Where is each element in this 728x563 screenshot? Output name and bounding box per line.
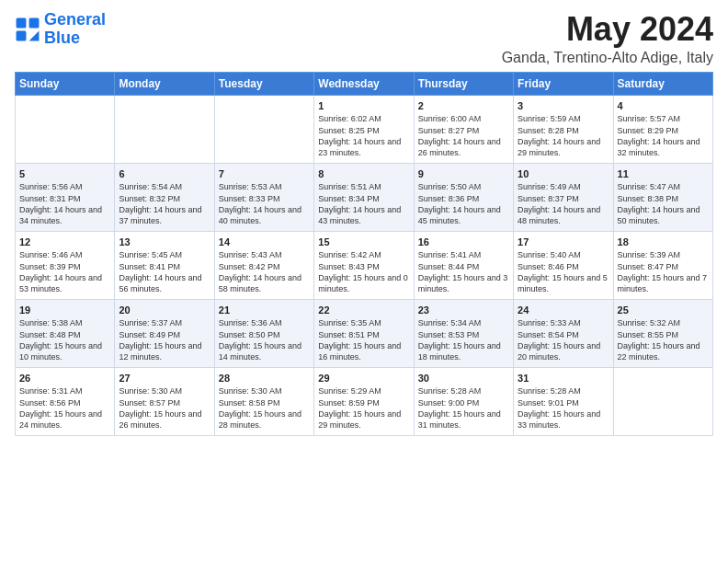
day-number: 14: [219, 236, 310, 249]
cell-w5-d2: 27Sunrise: 5:30 AM Sunset: 8:57 PM Dayli…: [115, 367, 214, 435]
day-info: Sunrise: 5:54 AM Sunset: 8:32 PM Dayligh…: [119, 181, 210, 226]
day-number: 6: [119, 167, 210, 181]
subtitle: Ganda, Trentino-Alto Adige, Italy: [502, 50, 713, 66]
cell-w1-d4: 1Sunrise: 6:02 AM Sunset: 8:25 PM Daylig…: [314, 95, 414, 163]
day-number: 24: [518, 304, 609, 317]
cell-w4-d2: 20Sunrise: 5:37 AM Sunset: 8:49 PM Dayli…: [115, 299, 214, 367]
day-number: 13: [119, 236, 210, 249]
day-number: 10: [518, 167, 609, 181]
day-info: Sunrise: 5:59 AM Sunset: 8:28 PM Dayligh…: [518, 113, 609, 158]
day-info: Sunrise: 5:43 AM Sunset: 8:42 PM Dayligh…: [219, 249, 310, 294]
day-number: 11: [618, 167, 709, 181]
day-info: Sunrise: 5:41 AM Sunset: 8:44 PM Dayligh…: [418, 249, 509, 294]
day-info: Sunrise: 5:49 AM Sunset: 8:37 PM Dayligh…: [518, 181, 609, 226]
cell-w4-d1: 19Sunrise: 5:38 AM Sunset: 8:48 PM Dayli…: [16, 299, 115, 367]
cell-w5-d1: 26Sunrise: 5:31 AM Sunset: 8:56 PM Dayli…: [16, 367, 115, 435]
cell-w3-d3: 14Sunrise: 5:43 AM Sunset: 8:42 PM Dayli…: [214, 231, 313, 299]
cell-w5-d4: 29Sunrise: 5:29 AM Sunset: 8:59 PM Dayli…: [314, 367, 414, 435]
cell-w1-d1: [16, 95, 115, 163]
cell-w3-d4: 15Sunrise: 5:42 AM Sunset: 8:43 PM Dayli…: [314, 231, 414, 299]
cell-w4-d4: 22Sunrise: 5:35 AM Sunset: 8:51 PM Dayli…: [314, 299, 414, 367]
cell-w5-d6: 31Sunrise: 5:28 AM Sunset: 9:01 PM Dayli…: [514, 367, 613, 435]
col-tuesday: Tuesday: [214, 72, 313, 95]
day-info: Sunrise: 5:37 AM Sunset: 8:49 PM Dayligh…: [119, 317, 210, 362]
day-info: Sunrise: 5:50 AM Sunset: 8:36 PM Dayligh…: [418, 181, 509, 226]
day-info: Sunrise: 5:28 AM Sunset: 9:01 PM Dayligh…: [518, 385, 609, 431]
day-number: 18: [618, 236, 709, 249]
day-info: Sunrise: 5:32 AM Sunset: 8:55 PM Dayligh…: [618, 317, 709, 362]
day-number: 1: [318, 99, 409, 113]
day-number: 8: [318, 167, 409, 181]
day-number: 19: [19, 304, 110, 317]
day-number: 5: [19, 167, 110, 181]
main-container: General Blue May 2024 Ganda, Trentino-Al…: [0, 0, 728, 443]
col-thursday: Thursday: [414, 72, 513, 95]
day-number: 3: [518, 99, 609, 113]
day-number: 20: [119, 304, 210, 317]
cell-w3-d2: 13Sunrise: 5:45 AM Sunset: 8:41 PM Dayli…: [115, 231, 214, 299]
day-info: Sunrise: 5:39 AM Sunset: 8:47 PM Dayligh…: [618, 249, 709, 294]
day-number: 4: [618, 99, 709, 113]
day-info: Sunrise: 6:02 AM Sunset: 8:25 PM Dayligh…: [318, 113, 409, 158]
day-info: Sunrise: 5:42 AM Sunset: 8:43 PM Dayligh…: [318, 249, 409, 294]
cell-w4-d5: 23Sunrise: 5:34 AM Sunset: 8:53 PM Dayli…: [414, 299, 513, 367]
logo: General Blue: [15, 11, 106, 48]
day-info: Sunrise: 5:53 AM Sunset: 8:33 PM Dayligh…: [219, 181, 310, 226]
day-info: Sunrise: 5:56 AM Sunset: 8:31 PM Dayligh…: [19, 181, 110, 226]
col-sunday: Sunday: [16, 72, 115, 95]
day-info: Sunrise: 5:35 AM Sunset: 8:51 PM Dayligh…: [318, 317, 409, 362]
day-info: Sunrise: 5:47 AM Sunset: 8:38 PM Dayligh…: [618, 181, 709, 226]
day-number: 23: [418, 304, 509, 317]
day-number: 28: [219, 372, 310, 385]
week-row-1: 1Sunrise: 6:02 AM Sunset: 8:25 PM Daylig…: [16, 95, 713, 163]
day-info: Sunrise: 5:28 AM Sunset: 9:00 PM Dayligh…: [418, 385, 509, 431]
day-info: Sunrise: 5:38 AM Sunset: 8:48 PM Dayligh…: [19, 317, 110, 362]
day-info: Sunrise: 5:40 AM Sunset: 8:46 PM Dayligh…: [518, 249, 609, 294]
day-info: Sunrise: 5:30 AM Sunset: 8:58 PM Dayligh…: [219, 385, 310, 431]
cell-w1-d5: 2Sunrise: 6:00 AM Sunset: 8:27 PM Daylig…: [414, 95, 513, 163]
calendar-table: Sunday Monday Tuesday Wednesday Thursday…: [15, 72, 713, 436]
header-row: General Blue May 2024 Ganda, Trentino-Al…: [15, 11, 713, 66]
cell-w3-d7: 18Sunrise: 5:39 AM Sunset: 8:47 PM Dayli…: [613, 231, 712, 299]
day-number: 21: [219, 304, 310, 317]
header-row-days: Sunday Monday Tuesday Wednesday Thursday…: [16, 72, 713, 95]
logo-text: General Blue: [44, 11, 106, 48]
day-number: 22: [318, 304, 409, 317]
day-info: Sunrise: 5:34 AM Sunset: 8:53 PM Dayligh…: [418, 317, 509, 362]
day-info: Sunrise: 5:33 AM Sunset: 8:54 PM Dayligh…: [518, 317, 609, 362]
day-number: 7: [219, 167, 310, 181]
cell-w2-d5: 9Sunrise: 5:50 AM Sunset: 8:36 PM Daylig…: [414, 163, 513, 231]
day-number: 29: [318, 372, 409, 385]
cell-w5-d3: 28Sunrise: 5:30 AM Sunset: 8:58 PM Dayli…: [214, 367, 313, 435]
cell-w1-d7: 4Sunrise: 5:57 AM Sunset: 8:29 PM Daylig…: [613, 95, 712, 163]
day-info: Sunrise: 5:46 AM Sunset: 8:39 PM Dayligh…: [19, 249, 110, 294]
week-row-5: 26Sunrise: 5:31 AM Sunset: 8:56 PM Dayli…: [16, 367, 713, 435]
day-number: 25: [618, 304, 709, 317]
cell-w2-d2: 6Sunrise: 5:54 AM Sunset: 8:32 PM Daylig…: [115, 163, 214, 231]
svg-rect-1: [29, 17, 40, 28]
day-info: Sunrise: 5:57 AM Sunset: 8:29 PM Dayligh…: [618, 113, 709, 158]
col-wednesday: Wednesday: [314, 72, 414, 95]
day-info: Sunrise: 5:31 AM Sunset: 8:56 PM Dayligh…: [19, 385, 110, 431]
cell-w2-d3: 7Sunrise: 5:53 AM Sunset: 8:33 PM Daylig…: [214, 163, 313, 231]
day-number: 12: [19, 236, 110, 249]
day-number: 15: [318, 236, 409, 249]
week-row-2: 5Sunrise: 5:56 AM Sunset: 8:31 PM Daylig…: [16, 163, 713, 231]
cell-w3-d6: 17Sunrise: 5:40 AM Sunset: 8:46 PM Dayli…: [514, 231, 613, 299]
cell-w5-d7: [613, 367, 712, 435]
cell-w5-d5: 30Sunrise: 5:28 AM Sunset: 9:00 PM Dayli…: [414, 367, 513, 435]
day-number: 30: [418, 372, 509, 385]
day-info: Sunrise: 5:29 AM Sunset: 8:59 PM Dayligh…: [318, 385, 409, 431]
day-info: Sunrise: 5:30 AM Sunset: 8:57 PM Dayligh…: [119, 385, 210, 431]
day-info: Sunrise: 5:36 AM Sunset: 8:50 PM Dayligh…: [219, 317, 310, 362]
svg-marker-3: [29, 30, 40, 40]
cell-w1-d6: 3Sunrise: 5:59 AM Sunset: 8:28 PM Daylig…: [514, 95, 613, 163]
cell-w3-d5: 16Sunrise: 5:41 AM Sunset: 8:44 PM Dayli…: [414, 231, 513, 299]
col-friday: Friday: [514, 72, 613, 95]
cell-w2-d4: 8Sunrise: 5:51 AM Sunset: 8:34 PM Daylig…: [314, 163, 414, 231]
day-number: 27: [119, 372, 210, 385]
main-title: May 2024: [502, 11, 713, 48]
day-info: Sunrise: 6:00 AM Sunset: 8:27 PM Dayligh…: [418, 113, 509, 158]
cell-w2-d7: 11Sunrise: 5:47 AM Sunset: 8:38 PM Dayli…: [613, 163, 712, 231]
svg-rect-0: [17, 17, 27, 28]
